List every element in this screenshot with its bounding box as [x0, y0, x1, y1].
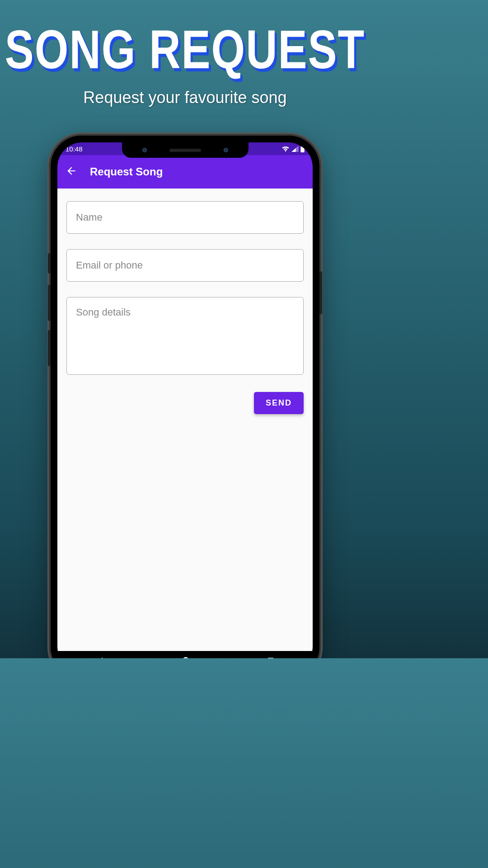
arrow-left-icon: [66, 165, 77, 177]
phone-side-button: [48, 285, 51, 321]
promo-title: SONG REQUEST: [0, 23, 370, 77]
nav-recent-button[interactable]: [267, 656, 275, 659]
phone-notch: [122, 142, 249, 158]
promo-subtitle: Request your favourite song: [0, 88, 370, 107]
triangle-back-icon: [96, 656, 105, 659]
phone-side-button: [48, 330, 51, 366]
song-details-input[interactable]: [66, 297, 304, 375]
name-input[interactable]: [66, 201, 304, 234]
form-content: SEND: [57, 189, 313, 651]
page-title: Request Song: [90, 165, 163, 178]
status-time: 10:48: [66, 145, 83, 153]
battery-icon: [300, 146, 305, 152]
nav-home-button[interactable]: [181, 656, 190, 659]
phone-screen: 10:48 Request Song SEND: [57, 142, 313, 658]
android-nav-bar: [57, 651, 313, 658]
circle-home-icon: [181, 656, 190, 659]
phone-side-button: [48, 253, 51, 274]
contact-input[interactable]: [66, 249, 304, 282]
nav-back-button[interactable]: [96, 656, 105, 659]
svg-rect-1: [268, 658, 273, 659]
phone-frame: 10:48 Request Song SEND: [51, 136, 319, 658]
square-recent-icon: [267, 656, 275, 659]
speaker-grille: [169, 149, 201, 152]
app-bar: Request Song: [57, 155, 313, 189]
svg-point-0: [182, 657, 189, 658]
signal-icon: [291, 146, 299, 152]
front-camera-icon: [142, 148, 147, 152]
front-sensor-icon: [224, 148, 228, 152]
back-button[interactable]: [66, 165, 77, 179]
wifi-icon: [282, 146, 290, 152]
phone-side-button: [319, 271, 322, 314]
send-button[interactable]: SEND: [254, 392, 304, 414]
